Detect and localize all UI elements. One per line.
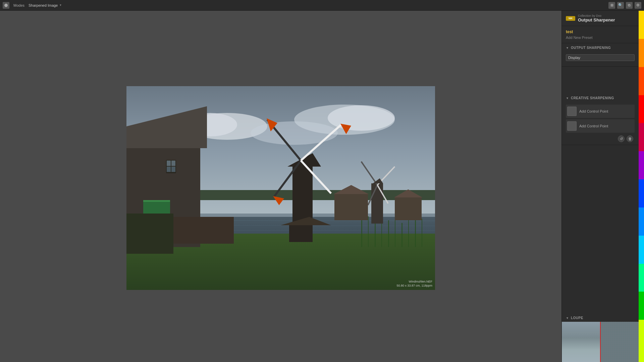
loupe-header[interactable]: ▼ LOUPE — [562, 313, 639, 322]
add-new-preset-button[interactable]: Add New Preset — [566, 36, 635, 40]
right-panel: NIK Collection by Dxo Output Sharpener t… — [561, 11, 639, 362]
panel-header: NIK Collection by Dxo Output Sharpener — [562, 11, 639, 26]
svg-rect-39 — [167, 161, 171, 166]
sharpening-dropdown-row: Display Glossy Paper Matte Paper Luster … — [566, 54, 635, 61]
loupe-chevron: ▼ — [566, 316, 569, 320]
canvas-area: Windmuhlen.NEF 50.80 x 33.87 cm, 118ppm — [0, 11, 561, 362]
add-control-point-button-2[interactable]: Add Control Point — [579, 124, 608, 128]
svg-rect-54 — [371, 183, 383, 224]
svg-point-0 — [4, 4, 8, 7]
zoom-in-icon[interactable]: 🔍 — [617, 2, 624, 9]
view-dropdown-arrow: ▼ — [59, 4, 62, 7]
svg-rect-52 — [289, 225, 313, 242]
loupe-body — [562, 322, 639, 362]
collection-label: Collection by Dxo — [578, 14, 615, 17]
control-point-row-1: Add Control Point — [566, 105, 635, 118]
svg-rect-42 — [171, 167, 175, 172]
control-point-row-2: Add Control Point — [566, 119, 635, 133]
image-info: Windmuhlen.NEF 50.80 x 33.87 cm, 118ppm — [396, 280, 432, 288]
svg-rect-28 — [388, 220, 389, 247]
zoom-fit-icon[interactable]: ⊞ — [608, 2, 615, 9]
app-logo — [3, 2, 9, 9]
svg-rect-40 — [171, 161, 175, 166]
view-selector[interactable]: Sharpened Image ▼ — [29, 3, 62, 7]
loupe-title: LOUPE — [571, 316, 583, 320]
control-point-thumb-2 — [567, 121, 577, 131]
output-sharpening-body: Display Glossy Paper Matte Paper Luster … — [562, 52, 639, 67]
reset-control-points-button[interactable]: ↺ — [618, 135, 625, 142]
image-filename: Windmuhlen.NEF — [396, 280, 432, 284]
svg-rect-62 — [395, 197, 422, 220]
svg-rect-26 — [375, 222, 376, 247]
svg-rect-31 — [408, 218, 409, 247]
svg-rect-60 — [334, 193, 368, 220]
svg-rect-24 — [361, 220, 362, 247]
creative-sharpening-chevron: ▼ — [566, 97, 569, 100]
svg-rect-65 — [173, 217, 234, 244]
svg-rect-25 — [368, 216, 369, 247]
svg-rect-37 — [143, 200, 170, 202]
loupe-before — [562, 322, 600, 362]
image-dimensions: 50.80 x 33.87 cm, 118ppm — [396, 284, 432, 288]
loupe-after — [601, 322, 639, 362]
control-point-thumb-1 — [567, 107, 577, 116]
sharpening-spacer — [562, 67, 639, 94]
add-control-point-button-1[interactable]: Add Control Point — [579, 109, 608, 113]
top-bar: Modes Sharpened Image ▼ ⊞ 🔍 ⧉ ⚙ — [0, 0, 644, 11]
svg-point-7 — [251, 121, 338, 145]
image-container: Windmuhlen.NEF 50.80 x 33.87 cm, 118ppm — [126, 86, 435, 290]
view-label: Sharpened Image — [29, 3, 58, 7]
loupe-section: ▼ LOUPE — [562, 313, 639, 362]
svg-rect-29 — [395, 217, 395, 247]
output-sharpening-header[interactable]: ▼ OUTPUT SHARPENING — [562, 43, 639, 52]
nik-logo: NIK — [566, 16, 575, 21]
modes-label[interactable]: Modes — [13, 3, 24, 7]
preset-name[interactable]: test — [566, 29, 635, 34]
preset-section: test Add New Preset — [562, 26, 639, 43]
color-strip — [639, 11, 644, 362]
control-point-actions: ↺ 🗑 — [566, 134, 635, 142]
toolbar-icons: ⊞ 🔍 ⧉ ⚙ — [608, 2, 641, 9]
panel-title: Output Sharpener — [578, 17, 615, 22]
output-sharpening-title: OUTPUT SHARPENING — [571, 46, 611, 50]
creative-sharpening-header[interactable]: ▼ CREATIVE SHARPENING — [562, 94, 639, 102]
main-content: Windmuhlen.NEF 50.80 x 33.87 cm, 118ppm … — [0, 11, 644, 362]
svg-rect-33 — [422, 219, 422, 247]
sharpening-type-dropdown[interactable]: Display Glossy Paper Matte Paper Luster … — [566, 54, 635, 61]
compare-icon[interactable]: ⧉ — [626, 2, 633, 9]
creative-sharpening-body: Add Control Point Add Control Point ↺ 🗑 — [562, 102, 639, 145]
delete-control-points-button[interactable]: 🗑 — [627, 135, 633, 142]
svg-rect-30 — [401, 223, 402, 247]
output-sharpening-chevron: ▼ — [566, 46, 569, 50]
svg-rect-32 — [415, 220, 416, 247]
creative-sharpening-title: CREATIVE SHARPENING — [571, 96, 614, 100]
svg-rect-41 — [167, 167, 171, 172]
windmill-image: Windmuhlen.NEF 50.80 x 33.87 cm, 118ppm — [126, 86, 435, 290]
settings-icon[interactable]: ⚙ — [635, 2, 641, 9]
svg-rect-64 — [126, 214, 173, 254]
